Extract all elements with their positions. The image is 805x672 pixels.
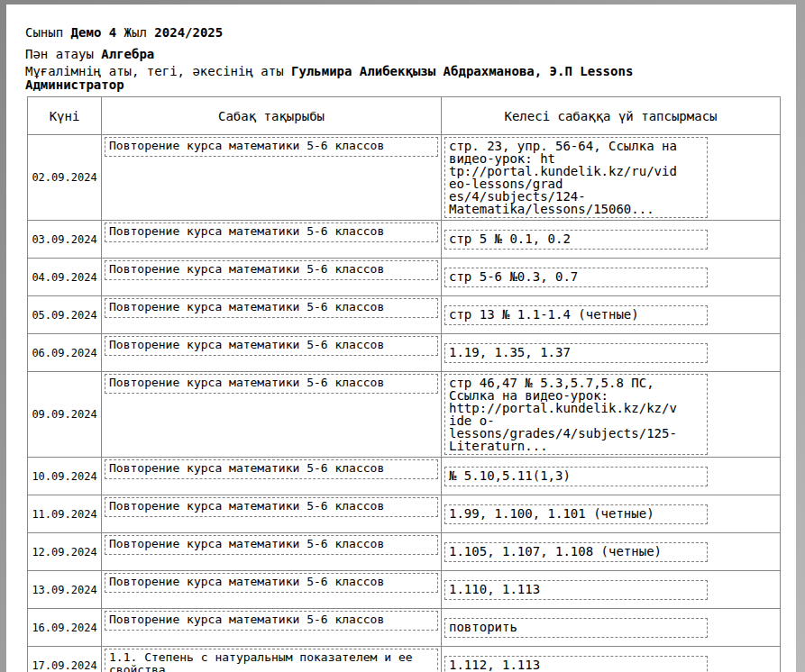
homework-field: 1.99, 1.100, 1.101 (четные) xyxy=(444,504,708,524)
lesson-date: 17.09.2024 xyxy=(28,647,102,672)
report-header: Сынып Демо 4 Жыл 2024/2025 Пән атауы Алг… xyxy=(25,25,796,92)
column-header-date: Күні xyxy=(28,97,102,135)
lesson-topic-field: Повторение курса математики 5-6 классов xyxy=(105,374,438,394)
subject-value: Алгебра xyxy=(101,47,154,61)
lesson-date: 09.09.2024 xyxy=(28,372,102,458)
document-page: Сынып Демо 4 Жыл 2024/2025 Пән атауы Алг… xyxy=(6,5,796,672)
homework-field: 1.110, 1.113 xyxy=(444,580,708,600)
table-row: 16.09.2024 Повторение курса математики 5… xyxy=(28,609,781,647)
lesson-plan-table: Күні Сабақ тақырыбы Келесі сабаққа үй та… xyxy=(27,96,781,672)
homework-field: стр. 23, упр. 56-64, Ссылка на видео-уро… xyxy=(444,137,708,218)
class-year-line: Сынып Демо 4 Жыл 2024/2025 xyxy=(25,25,796,40)
table-row: 06.09.2024 Повторение курса математики 5… xyxy=(28,334,781,372)
table-row: 04.09.2024 Повторение курса математики 5… xyxy=(28,259,781,296)
homework-field: стр 13 № 1.1-1.4 (четные) xyxy=(444,305,708,325)
homework-field: 1.19, 1.35, 1.37 xyxy=(444,343,708,363)
teacher-line: Мұғалімнің аты, тегі, әкесінің аты Гульм… xyxy=(25,65,683,92)
subject-line: Пән атауы Алгебра xyxy=(25,47,796,61)
subject-label: Пән атауы xyxy=(25,47,94,61)
homework-field: стр 5-6 №0.3, 0.7 xyxy=(444,268,708,287)
table-row: 11.09.2024 Повторение курса математики 5… xyxy=(28,495,781,533)
class-value: Демо 4 xyxy=(71,25,117,40)
class-label: Сынып xyxy=(25,25,63,40)
lesson-date: 02.09.2024 xyxy=(28,135,102,221)
homework-field: 1.112, 1.113 xyxy=(444,656,708,672)
lesson-topic-field: Повторение курса математики 5-6 классов xyxy=(105,497,438,517)
homework-field: повторить xyxy=(444,618,708,638)
homework-field: № 5.10,5.11(1,3) xyxy=(444,467,708,486)
lesson-date: 11.09.2024 xyxy=(28,495,102,533)
lesson-date: 06.09.2024 xyxy=(28,334,102,372)
lesson-topic-field: Повторение курса математики 5-6 классов xyxy=(105,260,438,280)
lesson-topic-field: 1.1. Степень с натуральным показателем и… xyxy=(105,649,438,672)
lesson-topic-field: Повторение курса математики 5-6 классов xyxy=(105,535,438,555)
table-header-row: Күні Сабақ тақырыбы Келесі сабаққа үй та… xyxy=(28,97,781,135)
lesson-topic-field: Повторение курса математики 5-6 классов xyxy=(105,137,438,157)
lesson-date: 16.09.2024 xyxy=(28,609,102,647)
table-row: 03.09.2024 Повторение курса математики 5… xyxy=(28,221,781,259)
homework-field: стр 5 № 0.1, 0.2 xyxy=(444,230,708,250)
table-row: 13.09.2024 Повторение курса математики 5… xyxy=(28,571,781,609)
lesson-date: 12.09.2024 xyxy=(28,533,102,571)
year-value: 2024/2025 xyxy=(154,25,223,40)
lesson-date: 05.09.2024 xyxy=(28,296,102,334)
table-row: 02.09.2024 Повторение курса математики 5… xyxy=(28,135,781,221)
lesson-topic-field: Повторение курса математики 5-6 классов xyxy=(105,336,438,356)
table-row: 09.09.2024 Повторение курса математики 5… xyxy=(28,372,781,458)
table-row: 12.09.2024 Повторение курса математики 5… xyxy=(28,533,781,571)
table-row: 05.09.2024 Повторение курса математики 5… xyxy=(28,296,781,334)
table-row: 17.09.2024 1.1. Степень с натуральным по… xyxy=(28,647,781,672)
lesson-date: 13.09.2024 xyxy=(28,571,102,609)
lesson-topic-field: Повторение курса математики 5-6 классов xyxy=(105,573,438,593)
table-row: 10.09.2024 Повторение курса математики 5… xyxy=(28,458,781,495)
lesson-date: 04.09.2024 xyxy=(28,259,102,296)
homework-field: 1.105, 1.107, 1.108 (четные) xyxy=(444,542,708,562)
year-label: Жыл xyxy=(124,25,147,40)
lesson-topic-field: Повторение курса математики 5-6 классов xyxy=(105,222,438,242)
lesson-topic-field: Повторение курса математики 5-6 классов xyxy=(105,298,438,318)
teacher-label: Мұғалімнің аты, тегі, әкесінің аты xyxy=(25,64,284,78)
column-header-topic: Сабақ тақырыбы xyxy=(102,97,442,135)
lesson-topic-field: Повторение курса математики 5-6 классов xyxy=(105,459,438,479)
homework-field: стр 46,47 № 5.3,5.7,5.8 ПС, Ссылка на ви… xyxy=(444,374,708,455)
lesson-date: 10.09.2024 xyxy=(28,458,102,495)
lesson-date: 03.09.2024 xyxy=(28,221,102,259)
column-header-homework: Келесі сабаққа үй тапсырмасы xyxy=(442,97,781,135)
lesson-topic-field: Повторение курса математики 5-6 классов xyxy=(105,611,438,631)
